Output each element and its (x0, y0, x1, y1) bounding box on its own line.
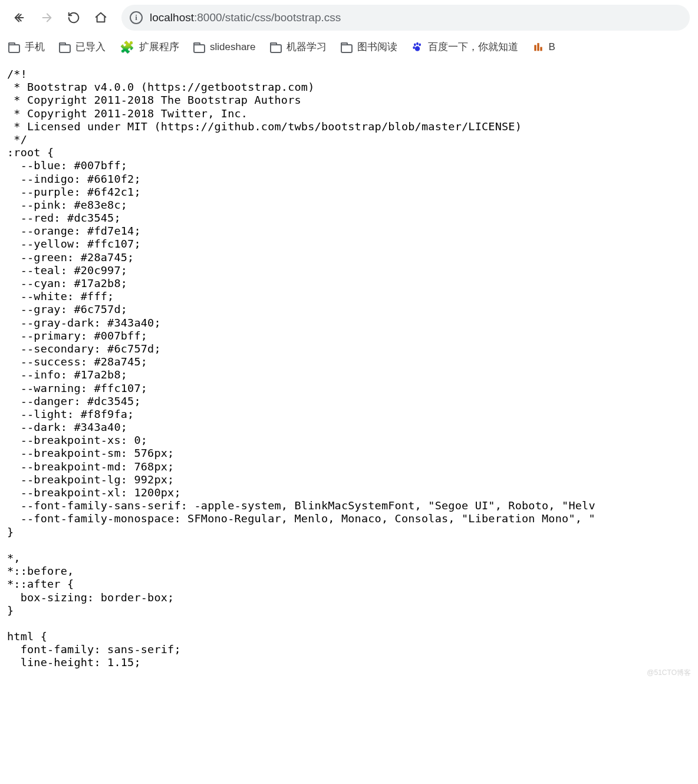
bookmark-label: slideshare (210, 41, 256, 53)
bookmark-imported[interactable]: 已导入 (59, 40, 106, 54)
bookmarks-bar: 手机 已导入 🧩 扩展程序 slideshare 机器学习 图书阅读 百度一下，… (0, 37, 698, 60)
home-icon (94, 11, 107, 24)
bookmark-reading[interactable]: 图书阅读 (341, 40, 397, 54)
puzzle-icon: 🧩 (120, 41, 134, 53)
svg-point-3 (419, 43, 421, 46)
castle-icon (532, 40, 544, 54)
svg-point-1 (414, 43, 416, 46)
url-path: :8000/static/css/bootstrap.css (194, 11, 341, 24)
bookmark-extensions[interactable]: 🧩 扩展程序 (120, 40, 179, 54)
folder-icon (59, 42, 71, 52)
watermark: @51CTO博客 (647, 668, 691, 670)
svg-rect-8 (537, 43, 539, 44)
bookmark-label: 手机 (25, 40, 45, 54)
bookmark-label: B (549, 41, 555, 53)
bookmark-city[interactable]: B (532, 40, 555, 54)
folder-icon (8, 42, 20, 52)
site-info-icon[interactable]: i (130, 11, 143, 24)
forward-button[interactable] (35, 6, 58, 29)
svg-point-2 (416, 42, 419, 45)
reload-button[interactable] (62, 6, 85, 29)
svg-rect-5 (534, 46, 536, 51)
url-text: localhost:8000/static/css/bootstrap.css (150, 11, 341, 24)
bookmark-label: 机器学习 (287, 40, 327, 54)
css-file-content: /*! * Bootstrap v4.0.0 (https://getboots… (0, 60, 698, 670)
bookmark-phone[interactable]: 手机 (8, 40, 45, 54)
svg-rect-6 (537, 44, 539, 51)
folder-icon (270, 42, 282, 52)
forward-icon (40, 11, 53, 24)
bookmark-slideshare[interactable]: slideshare (193, 41, 256, 53)
baidu-paw-icon (411, 41, 423, 53)
bookmark-ml[interactable]: 机器学习 (270, 40, 327, 54)
reload-icon (67, 11, 80, 24)
folder-icon (193, 42, 205, 52)
home-button[interactable] (90, 6, 112, 29)
svg-rect-7 (540, 47, 542, 51)
bookmark-label: 扩展程序 (139, 40, 179, 54)
back-icon (13, 11, 26, 24)
back-button[interactable] (8, 6, 31, 29)
bookmark-label: 图书阅读 (357, 40, 397, 54)
svg-point-4 (413, 46, 415, 49)
svg-rect-9 (534, 45, 536, 46)
bookmark-label: 百度一下，你就知道 (428, 40, 518, 54)
folder-icon (341, 42, 353, 52)
url-host: localhost (150, 11, 194, 24)
browser-toolbar: i localhost:8000/static/css/bootstrap.cs… (0, 0, 698, 37)
bookmark-baidu[interactable]: 百度一下，你就知道 (411, 40, 518, 54)
address-bar[interactable]: i localhost:8000/static/css/bootstrap.cs… (121, 5, 690, 31)
bookmark-label: 已导入 (75, 40, 106, 54)
